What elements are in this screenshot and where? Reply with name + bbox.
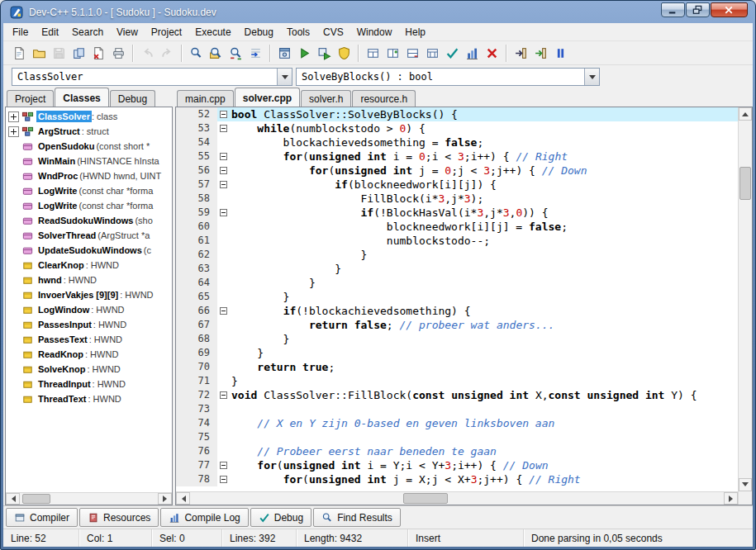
tree-item-invoervakjes-9-9[interactable]: InvoerVakjes [9][9] : HWND <box>6 287 172 302</box>
redo-button[interactable] <box>157 43 177 63</box>
code-line-60[interactable]: 60 blockneedwork[i][j] = false; <box>176 220 738 234</box>
project-add-button[interactable] <box>383 43 402 63</box>
bottom-tab-debug[interactable]: Debug <box>250 508 311 527</box>
menu-item-project[interactable]: Project <box>145 24 188 40</box>
fold-marker-icon[interactable] <box>217 164 231 178</box>
editor-hscroll-thumb[interactable] <box>403 493 448 504</box>
editor-scroll-left-button[interactable] <box>176 492 190 505</box>
line-number[interactable]: 61 <box>176 234 217 248</box>
line-number[interactable]: 70 <box>176 360 217 374</box>
code-text[interactable]: if(blockneedwork[i][j]) { <box>231 178 738 192</box>
editor-tab-solver-cpp[interactable]: solver.cpp <box>235 88 300 107</box>
line-number[interactable]: 52 <box>176 107 217 121</box>
editor-vscroll-thumb[interactable] <box>739 167 751 200</box>
fold-collapse-box[interactable] <box>220 391 227 399</box>
editor-tab-solver-h[interactable]: solver.h <box>301 90 351 107</box>
code-text[interactable]: for(unsigned int i = Y;i < Y+3;i++) { //… <box>231 458 738 472</box>
code-text[interactable]: } <box>231 290 738 304</box>
code-text[interactable]: } <box>231 346 738 360</box>
code-line-62[interactable]: 62 } <box>176 248 738 262</box>
fold-marker-icon[interactable] <box>217 304 231 318</box>
line-number[interactable]: 69 <box>176 346 217 360</box>
line-number[interactable]: 64 <box>176 276 217 290</box>
tree-item-hwnd[interactable]: hwnd : HWND <box>6 273 172 287</box>
rebuild-all-button[interactable] <box>334 43 354 63</box>
line-number[interactable]: 76 <box>176 444 217 458</box>
menu-item-window[interactable]: Window <box>350 24 399 40</box>
bottom-tab-compile-log[interactable]: Compile Log <box>160 508 248 527</box>
editor-vertical-scrollbar[interactable] <box>739 107 752 491</box>
bottom-tab-find-results[interactable]: Find Results <box>313 508 401 527</box>
line-number[interactable]: 57 <box>176 178 217 192</box>
code-line-52[interactable]: 52bool ClassSolver::SolveByBlocks() { <box>176 107 738 121</box>
code-text[interactable]: } <box>231 262 738 276</box>
fold-marker-icon[interactable] <box>217 107 231 121</box>
code-line-71[interactable]: 71} <box>176 374 738 388</box>
code-text[interactable]: } <box>231 374 738 388</box>
line-number[interactable]: 72 <box>176 388 217 402</box>
code-line-68[interactable]: 68 } <box>176 332 738 346</box>
code-line-55[interactable]: 55 for(unsigned int i = 0;i < 3;i++) { /… <box>176 149 738 164</box>
member-combobox-value[interactable]: SolveByBlocks() : bool <box>297 71 584 83</box>
tree-item-updatesudokuwindows[interactable]: UpdateSudokuWindows (c <box>6 243 172 258</box>
minimize-button[interactable] <box>661 2 685 17</box>
code-text[interactable]: void ClassSolver::FillBlock(const unsign… <box>231 388 738 402</box>
code-line-74[interactable]: 74 // X en Y zijn 0-based en geven links… <box>176 416 738 430</box>
fold-collapse-box[interactable] <box>220 476 227 483</box>
line-number[interactable]: 77 <box>176 458 217 472</box>
class-combobox[interactable]: ClassSolver <box>12 68 292 86</box>
fold-marker-icon[interactable] <box>217 206 231 220</box>
editor-vscroll-track[interactable] <box>739 121 752 478</box>
code-text[interactable]: return true; <box>231 360 738 374</box>
line-number[interactable]: 73 <box>176 402 217 416</box>
tree-item-clearknop[interactable]: ClearKnop : HWND <box>6 258 172 273</box>
fold-collapse-box[interactable] <box>220 181 227 188</box>
code-line-65[interactable]: 65 } <box>176 290 738 304</box>
tree-horizontal-scrollbar[interactable] <box>6 492 172 505</box>
menu-item-execute[interactable]: Execute <box>188 24 237 40</box>
code-text[interactable] <box>231 402 738 416</box>
code-line-70[interactable]: 70 return true; <box>176 360 738 374</box>
compile-button[interactable] <box>274 43 294 63</box>
find-in-files-button[interactable] <box>206 43 226 63</box>
code-line-75[interactable]: 75 <box>176 430 738 444</box>
editor-horizontal-scrollbar[interactable] <box>176 491 738 505</box>
tree-item-argstruct[interactable]: ArgStruct : struct <box>6 124 172 139</box>
fold-marker-icon[interactable] <box>217 458 231 472</box>
find-button[interactable] <box>186 43 206 63</box>
pause-button[interactable] <box>550 43 570 63</box>
run-button[interactable] <box>294 43 314 63</box>
menu-item-debug[interactable]: Debug <box>238 24 280 40</box>
line-number[interactable]: 63 <box>176 262 217 276</box>
code-line-78[interactable]: 78 for(unsigned int j = X;j < X+3;j++) {… <box>176 472 738 486</box>
code-text[interactable]: } <box>231 332 738 346</box>
class-combobox-dropdown-button[interactable] <box>277 69 292 85</box>
tree-item-solverthread[interactable]: SolverThread (ArgStruct *a <box>6 228 172 243</box>
fold-collapse-box[interactable] <box>220 307 227 315</box>
line-number[interactable]: 66 <box>176 304 217 318</box>
editor-tab-resource-h[interactable]: resource.h <box>352 90 416 107</box>
tab-debug[interactable]: Debug <box>110 90 155 107</box>
fold-collapse-box[interactable] <box>220 111 227 118</box>
tree-item-wndproc[interactable]: WndProc (HWND hwnd, UINT <box>6 168 172 183</box>
code-text[interactable]: bool ClassSolver::SolveByBlocks() { <box>231 107 738 121</box>
compile-run-button[interactable] <box>314 43 334 63</box>
line-number[interactable]: 55 <box>176 149 217 164</box>
project-remove-button[interactable] <box>402 43 422 63</box>
tree-item-solveknop[interactable]: SolveKnop : HWND <box>6 362 172 377</box>
line-number[interactable]: 54 <box>176 135 217 149</box>
line-number[interactable]: 65 <box>176 290 217 304</box>
close-button[interactable] <box>711 2 748 17</box>
tree-item-logwrite[interactable]: LogWrite (const char *forma <box>6 183 172 198</box>
code-text[interactable]: while(numblockstodo > 0) { <box>231 121 738 135</box>
code-line-57[interactable]: 57 if(blockneedwork[i][j]) { <box>176 178 738 192</box>
line-number[interactable]: 71 <box>176 374 217 388</box>
tree-item-readsudokuwindows[interactable]: ReadSudokuWindows (sho <box>6 213 172 228</box>
editor-scroll-up-button[interactable] <box>739 107 752 121</box>
tab-project[interactable]: Project <box>7 90 54 107</box>
fold-collapse-box[interactable] <box>220 167 227 174</box>
line-number[interactable]: 60 <box>176 220 217 234</box>
restore-button[interactable] <box>686 2 710 17</box>
line-number[interactable]: 75 <box>176 430 217 444</box>
line-number[interactable]: 62 <box>176 248 217 262</box>
